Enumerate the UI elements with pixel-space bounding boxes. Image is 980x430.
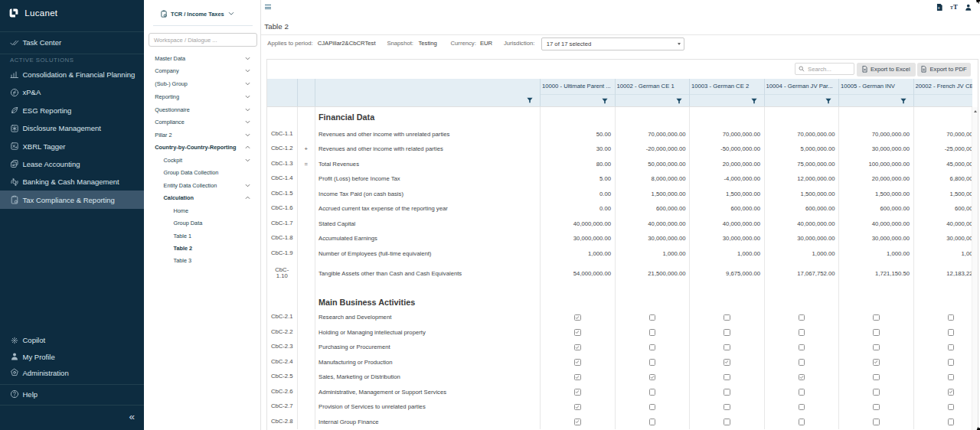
- svg-text:T: T: [953, 4, 958, 9]
- svg-text:x: x: [937, 5, 939, 10]
